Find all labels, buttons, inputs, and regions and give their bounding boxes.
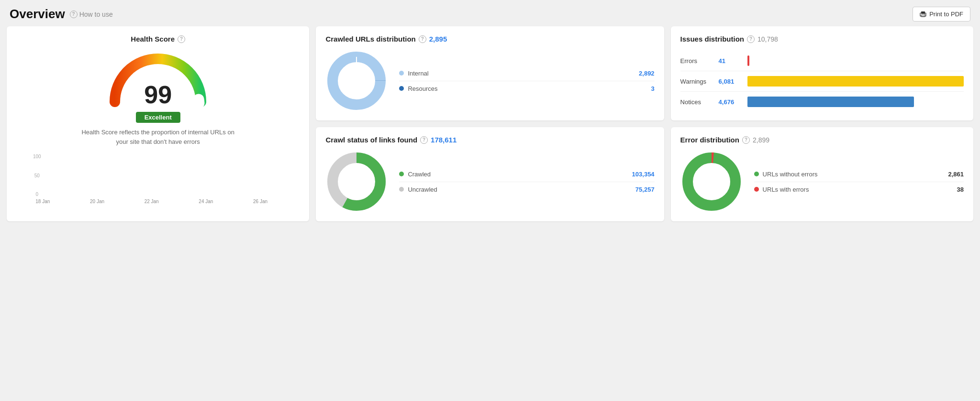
how-to-use-icon: ? bbox=[70, 11, 78, 18]
uncrawled-dot bbox=[399, 187, 404, 192]
crawled-urls-title: Crawled URLs distribution ? 2,895 bbox=[325, 35, 654, 43]
crawl-status-donut bbox=[325, 151, 388, 213]
legend-item-uncrawled: Uncrawled 75,257 bbox=[399, 182, 654, 197]
svg-rect-1 bbox=[921, 11, 925, 14]
issues-row-errors: Errors 41 bbox=[680, 51, 964, 71]
resources-dot bbox=[399, 86, 404, 91]
no-errors-dot bbox=[754, 172, 759, 176]
health-description: Health Score reflects the proportion of … bbox=[77, 128, 239, 146]
issues-row-warnings: Warnings 6,081 bbox=[680, 71, 964, 92]
page-title: Overview bbox=[10, 7, 65, 22]
legend-item-crawled: Crawled 103,354 bbox=[399, 167, 654, 182]
svg-point-3 bbox=[924, 13, 925, 14]
health-bar-chart: .health-bar { flex: 1; border-radius: 3p… bbox=[16, 154, 300, 204]
page-header: Overview ? How to use Print to PDF bbox=[0, 0, 980, 26]
legend-item-with-errors: URLs with errors 38 bbox=[754, 182, 964, 197]
crawled-urls-donut bbox=[325, 50, 388, 112]
bar-chart-y-axis: 100 50 0 bbox=[31, 154, 41, 197]
issues-total: 10,798 bbox=[757, 35, 778, 43]
print-btn-label: Print to PDF bbox=[929, 11, 963, 18]
crawled-urls-help-icon[interactable]: ? bbox=[419, 35, 426, 43]
crawled-urls-chart-area: Internal 2,892 Resources 3 bbox=[325, 50, 654, 112]
crawl-status-card: Crawl status of links found ? 178,611 Cr… bbox=[316, 127, 664, 221]
crawled-urls-legend: Internal 2,892 Resources 3 bbox=[399, 66, 654, 96]
error-dist-title: Error distribution ? 2,899 bbox=[680, 136, 964, 144]
error-dist-total: 2,899 bbox=[753, 136, 769, 144]
health-score-card: Health Score ? bbox=[7, 26, 309, 221]
legend-item-no-errors: URLs without errors 2,861 bbox=[754, 167, 964, 182]
legend-item-internal: Internal 2,892 bbox=[399, 66, 654, 81]
notices-bar bbox=[747, 97, 914, 107]
crawl-status-chart-area: Crawled 103,354 Uncrawled 75,257 bbox=[325, 151, 654, 213]
health-score-help-icon[interactable]: ? bbox=[178, 35, 185, 43]
legend-item-resources: Resources 3 bbox=[399, 81, 654, 96]
issues-row-notices: Notices 4,676 bbox=[680, 92, 964, 112]
with-errors-dot bbox=[754, 187, 759, 192]
issues-title: Issues distribution ? 10,798 bbox=[680, 35, 964, 43]
header-left: Overview ? How to use bbox=[10, 7, 113, 22]
issues-help-icon[interactable]: ? bbox=[747, 35, 755, 43]
crawl-status-legend: Crawled 103,354 Uncrawled 75,257 bbox=[399, 167, 654, 197]
error-dist-donut bbox=[680, 151, 743, 213]
error-dist-legend: URLs without errors 2,861 URLs with erro… bbox=[754, 167, 964, 197]
how-to-use-label: How to use bbox=[79, 11, 113, 18]
issues-rows: Errors 41 Warnings 6,081 Notices 4,676 bbox=[680, 51, 964, 112]
print-icon bbox=[920, 11, 926, 18]
internal-dot bbox=[399, 71, 404, 76]
crawl-status-help-icon[interactable]: ? bbox=[420, 136, 428, 144]
crawled-urls-card: Crawled URLs distribution ? 2,895 Intern… bbox=[316, 26, 664, 120]
warnings-bar bbox=[747, 76, 964, 87]
crawled-urls-total: 2,895 bbox=[429, 35, 447, 43]
svg-point-10 bbox=[338, 163, 375, 200]
print-to-pdf-button[interactable]: Print to PDF bbox=[913, 7, 970, 22]
svg-point-13 bbox=[693, 163, 730, 200]
gauge-number: 99 bbox=[144, 82, 172, 107]
bar-chart-inner: .health-bar { flex: 1; border-radius: 3p… bbox=[16, 154, 29, 197]
health-score-title: Health Score ? bbox=[131, 35, 185, 43]
svg-point-6 bbox=[338, 63, 375, 99]
crawled-dot bbox=[399, 172, 404, 176]
crawl-status-title: Crawl status of links found ? 178,611 bbox=[325, 136, 654, 144]
dashboard-grid: Crawled URLs distribution ? 2,895 Intern… bbox=[0, 26, 980, 228]
issues-distribution-card: Issues distribution ? 10,798 Errors 41 W… bbox=[671, 26, 973, 120]
bar-chart-wrapper: .health-bar { flex: 1; border-radius: 3p… bbox=[16, 154, 300, 197]
error-distribution-card: Error distribution ? 2,899 URLs without … bbox=[671, 127, 973, 221]
how-to-use-link[interactable]: ? How to use bbox=[70, 11, 113, 18]
bar-chart-x-labels: 18 Jan 20 Jan 22 Jan 24 Jan 26 Jan bbox=[16, 199, 300, 204]
error-dist-help-icon[interactable]: ? bbox=[742, 136, 750, 144]
error-dist-chart-area: URLs without errors 2,861 URLs with erro… bbox=[680, 151, 964, 213]
health-gauge: 99 bbox=[105, 47, 211, 109]
excellent-badge: Excellent bbox=[136, 112, 180, 123]
crawl-status-total: 178,611 bbox=[431, 136, 457, 144]
errors-bar bbox=[747, 55, 750, 66]
